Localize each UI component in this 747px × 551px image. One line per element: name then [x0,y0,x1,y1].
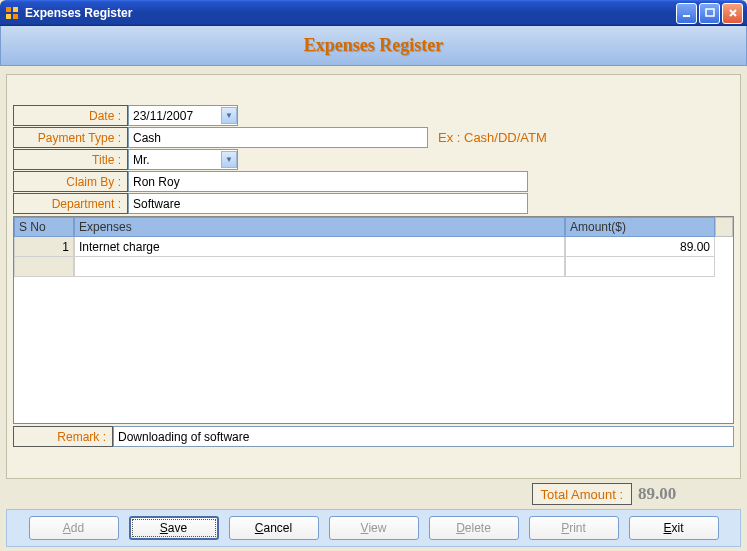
grid-header-expense[interactable]: Expenses [74,217,565,237]
button-bar: Add Save Cancel View Delete Print Exit [6,509,741,547]
save-button[interactable]: Save [129,516,219,540]
svg-rect-3 [13,14,18,19]
svg-rect-0 [6,7,11,12]
close-button[interactable] [722,3,743,24]
grid-header-sno[interactable]: S No [14,217,74,237]
title-select[interactable]: Mr. ▼ [128,149,238,170]
date-value: 23/11/2007 [133,109,193,123]
grid-header-amount[interactable]: Amount($) [565,217,715,237]
remark-input[interactable] [113,426,734,447]
cancel-button[interactable]: Cancel [229,516,319,540]
header-band: Expenses Register [0,26,747,66]
cell-expense[interactable]: Internet charge [74,237,565,257]
exit-button[interactable]: Exit [629,516,719,540]
total-amount-value: 89.00 [632,483,737,505]
department-label: Department : [13,193,128,214]
cell-sno[interactable]: 1 [14,237,74,257]
svg-rect-5 [706,9,714,16]
total-amount-label: Total Amount : [532,483,632,505]
window-titlebar[interactable]: Expenses Register [0,0,747,26]
cell-amount[interactable] [565,257,715,277]
page-title: Expenses Register [304,35,443,56]
svg-rect-2 [6,14,11,19]
payment-type-hint: Ex : Cash/DD/ATM [428,127,547,148]
table-row[interactable] [14,257,733,277]
claim-by-input[interactable] [128,171,528,192]
svg-rect-1 [13,7,18,12]
department-input[interactable] [128,193,528,214]
view-button[interactable]: View [329,516,419,540]
remark-label: Remark : [13,426,113,447]
svg-rect-4 [683,15,690,17]
cell-amount[interactable]: 89.00 [565,237,715,257]
minimize-button[interactable] [676,3,697,24]
cell-sno[interactable] [14,257,74,277]
add-button[interactable]: Add [29,516,119,540]
cell-expense[interactable] [74,257,565,277]
maximize-button[interactable] [699,3,720,24]
app-icon [4,5,20,21]
date-field[interactable]: 23/11/2007 ▼ [128,105,238,126]
expenses-grid: S No Expenses Amount($) 1 Internet charg… [13,216,734,424]
delete-button[interactable]: Delete [429,516,519,540]
grid-scroll-corner [715,217,733,237]
table-row[interactable]: 1 Internet charge 89.00 [14,237,733,257]
title-label: Title : [13,149,128,170]
title-value: Mr. [133,153,150,167]
claim-by-label: Claim By : [13,171,128,192]
payment-type-label: Payment Type : [13,127,128,148]
print-button[interactable]: Print [529,516,619,540]
payment-type-input[interactable] [128,127,428,148]
chevron-down-icon[interactable]: ▼ [221,107,237,124]
date-label: Date : [13,105,128,126]
chevron-down-icon[interactable]: ▼ [221,151,237,168]
window-title: Expenses Register [25,6,132,20]
